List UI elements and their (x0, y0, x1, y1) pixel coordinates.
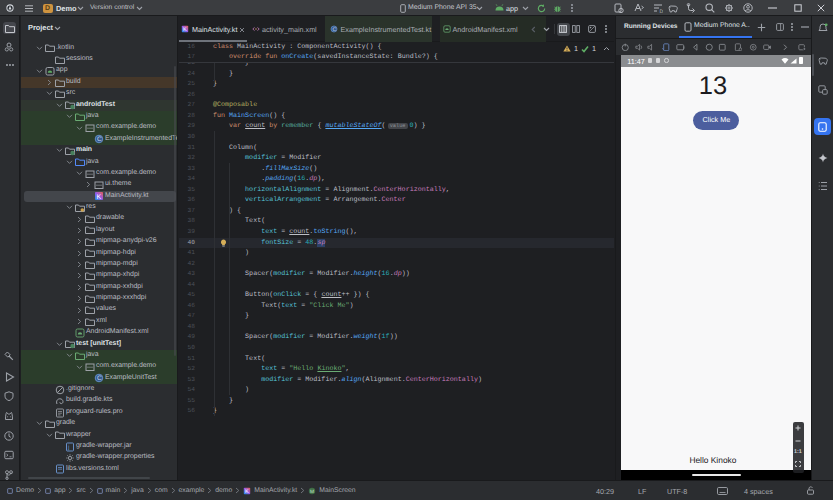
svg-text:M: M (310, 489, 314, 495)
svg-text:C: C (97, 137, 102, 144)
svg-text:C: C (332, 27, 336, 33)
svg-text:K: K (97, 194, 102, 201)
svg-text:j: j (67, 444, 69, 451)
svg-text:C: C (97, 376, 102, 383)
svg-text:K: K (183, 27, 187, 33)
svg-text:D: D (659, 8, 663, 12)
svg-text:K: K (245, 489, 249, 495)
